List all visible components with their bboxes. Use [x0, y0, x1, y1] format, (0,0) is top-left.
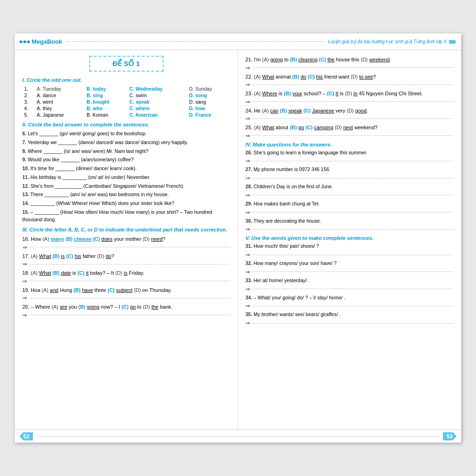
item-num: 1.	[22, 86, 35, 92]
ex-item: 10. It's time for _______ (dinner/ dance…	[22, 165, 230, 172]
opt-c: C. American	[127, 112, 187, 118]
opt-b: B. today	[85, 86, 127, 92]
ex-item: 31. How much/ this/ pair/ shoes/ ?	[245, 243, 454, 250]
ex-item: 27. My phone number is 0972 346 156.	[245, 166, 454, 173]
dot3	[27, 40, 30, 43]
answer-row: ⇒	[22, 244, 230, 251]
answer-row: ⇒	[22, 295, 230, 301]
item-num: 4.	[22, 105, 35, 112]
footer-divider	[37, 436, 439, 436]
ex-item: 26. She's going to learn a foreign langu…	[245, 149, 454, 157]
opt-a: A. dance	[35, 92, 85, 99]
table-row: 2. A. dance B. sing C. swim D. song	[22, 92, 230, 99]
opt-b: B. sing	[85, 92, 127, 99]
brand-dots	[20, 40, 30, 43]
correction-item: 19. Hoa (A) and Hung (B) have three (C) …	[22, 286, 230, 294]
answer-row: ⇒	[245, 226, 454, 232]
ex-item: 15. – _________ (How/ How often/ How muc…	[22, 209, 230, 224]
opt-b: B. Korean	[85, 112, 127, 118]
correction-item: 25. (A) What about (B) go (C) camping (D…	[245, 124, 454, 132]
svg-marker-0	[449, 40, 456, 44]
answer-row: ⇒	[245, 115, 454, 122]
ex-item: 33. He/ at/ home/ yesterday/ .	[245, 277, 454, 284]
opt-d: D. song	[187, 92, 230, 99]
ex-item: 9. Would you like _______ (a/an/some/any…	[22, 156, 230, 164]
left-page: ĐỀ SỐ 1 I. Circle the odd one out. 1. A.…	[15, 50, 238, 430]
opt-c: C. Wednesday	[127, 86, 187, 92]
correction-item: 16. How (A) many (B) cheese (C) does you…	[22, 235, 230, 243]
ex-item: 29. Hoa makes banh chung at Tet.	[245, 200, 454, 208]
correction-item: 17. (A) What (B) is (C) his father (D) d…	[22, 252, 230, 260]
item-num: 5.	[22, 112, 35, 118]
ex-item: 32. How many/ crayons/ your son/ have/ ?	[245, 260, 454, 267]
table-row: 5. A. Japanese B. Korean C. American D. …	[22, 112, 230, 118]
header-right-icon	[449, 38, 456, 46]
opt-a: A. Tuesday	[35, 86, 85, 92]
opt-d: D. Sunday	[187, 86, 230, 92]
correction-item: 20. – Where (A) are you (B) going now? –…	[22, 303, 230, 311]
header-subtitle: Luyện giải bộ đa bài dưỡng học sinh giỏi…	[328, 39, 446, 44]
brand-name: MegaBook	[32, 38, 62, 45]
answer-row: ⇒	[245, 320, 454, 326]
section4-title: IV. Make questions for the answers.	[245, 142, 454, 147]
right-page-number: 53	[443, 432, 456, 441]
ex-item: 11. His birthday is _________ (on/ at/ i…	[22, 174, 230, 181]
page-header: MegaBook Luyện giải bộ đa bài dưỡng học …	[15, 33, 461, 50]
dot2	[23, 40, 26, 43]
table-row: 4. A. they B. who C. where D. how	[22, 105, 230, 112]
answer-row: ⇒	[245, 175, 454, 181]
ex-item: 7. Yesterday we _______ (dance/ danced/ …	[22, 139, 230, 146]
ex-item: 12. She's from __________ (Cambodian/ Si…	[22, 183, 230, 190]
header-divider	[67, 41, 323, 42]
ex-item: 6. Let's _______ (go/ went/ going/ goes)…	[22, 130, 230, 138]
answer-row: ⇒	[245, 65, 454, 71]
answer-row: ⇒	[245, 81, 454, 88]
answer-row: ⇒	[245, 132, 454, 139]
opt-c: C. swim	[127, 92, 187, 99]
section5-title: V. Use the words given to make complete …	[245, 235, 454, 241]
section1-title: I. Circle the odd one out.	[22, 77, 230, 83]
answer-row: ⇒	[245, 251, 454, 258]
ex-item: 8. Where _______ (is/ are/ was/ were) Mr…	[22, 148, 230, 155]
table-row: 1. A. Tuesday B. today C. Wednesday D. S…	[22, 86, 230, 92]
ex-item: 30. They are decorating the house.	[245, 218, 454, 225]
correction-item: 22. (A) What animal (B) do (C) his frien…	[245, 73, 454, 81]
answer-row: ⇒	[245, 303, 454, 309]
opt-b: B. bought	[85, 99, 127, 105]
opt-b: B. who	[85, 105, 127, 112]
answer-row: ⇒	[245, 192, 454, 198]
content-area: ĐỀ SỐ 1 I. Circle the odd one out. 1. A.…	[15, 50, 461, 430]
answer-row: ⇒	[22, 278, 230, 284]
correction-item: 24. He (A) can (B) speak (C) Japanese ve…	[245, 107, 454, 115]
answer-row: ⇒	[22, 261, 230, 267]
correction-item: 23. (A) Where is (B) your school? – (C) …	[245, 90, 454, 98]
section2-title: II. Circle the best answer to complete t…	[22, 122, 230, 127]
ex-item: 34. – What/ you/ going/ do/ ? – I/ stay/…	[245, 294, 454, 302]
answer-row: ⇒	[245, 269, 454, 275]
correction-item: 18. (A) What (B) date is (C) it today? –…	[22, 269, 230, 277]
opt-a: A. they	[35, 105, 85, 112]
left-page-number: 52	[20, 432, 33, 441]
ex-item: 35. My brother/ wants/ see/ bears/ giraf…	[245, 311, 454, 318]
table-row: 3. A. went B. bought C. speak D. sang	[22, 99, 230, 105]
correction-item: 21. I'm (A) going to (B) cleaning (C) th…	[245, 56, 454, 64]
item-num: 3.	[22, 99, 35, 105]
opt-d: D. sang	[187, 99, 230, 105]
page-container: MegaBook Luyện giải bộ đa bài dưỡng học …	[15, 33, 461, 443]
ex-item: 28. Children's Day is on the first of Ju…	[245, 183, 454, 191]
page-footer: 52 53	[15, 430, 461, 443]
section3-title: III. Circle the letter A, B, C, or D to …	[22, 227, 230, 232]
title-box: ĐỀ SỐ 1	[89, 56, 164, 72]
ex-item: 13. There _________ (am/ is/ are/ was) t…	[22, 191, 230, 198]
opt-c: C. speak	[127, 99, 187, 105]
item-num: 2.	[22, 92, 35, 99]
opt-a: A. went	[35, 99, 85, 105]
answer-row: ⇒	[245, 99, 454, 105]
dot1	[20, 40, 22, 43]
right-page: đề số 1 đề số 2 đề số 3 đề số 4 đề số 5 …	[238, 50, 461, 430]
odd-one-table: 1. A. Tuesday B. today C. Wednesday D. S…	[22, 86, 230, 118]
opt-c: C. where	[127, 105, 187, 112]
opt-d: D. France	[187, 112, 230, 118]
answer-row: ⇒	[245, 286, 454, 292]
brand-area: MegaBook	[20, 38, 62, 45]
